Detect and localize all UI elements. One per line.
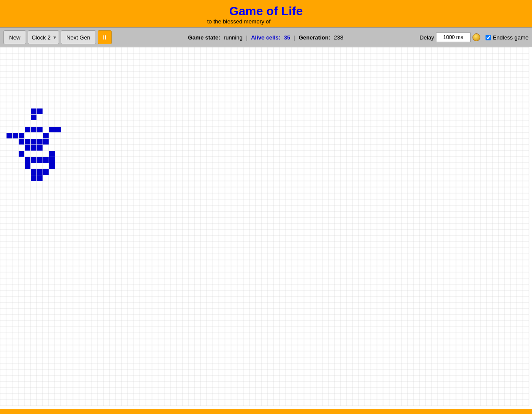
chevron-down-icon: ▼ (53, 35, 57, 40)
game-canvas[interactable] (0, 47, 532, 409)
delay-input[interactable] (436, 33, 471, 42)
pause-button[interactable]: ⏸ (98, 30, 112, 44)
page-header: Game of Life to the blessed memory of Jo… (0, 0, 532, 27)
separator1: | (246, 34, 248, 41)
delay-area: Delay (420, 33, 480, 42)
endless-label: Endless game (493, 34, 529, 41)
game-state-label: Game state: (188, 34, 220, 41)
clock-dropdown[interactable]: Clock 1 Clock 2 Clock 3 Clock 4 ▼ (28, 30, 59, 44)
page-footer (0, 409, 532, 414)
title-part1: Game of (229, 4, 281, 18)
status-area: Game state: running | Alive cells: 35 | … (113, 34, 418, 41)
game-grid-area[interactable] (0, 47, 532, 409)
separator2: | (294, 34, 295, 41)
toolbar: New Clock 1 Clock 2 Clock 3 Clock 4 ▼ Ne… (0, 27, 532, 47)
endless-area: Endless game (486, 34, 529, 41)
next-gen-button[interactable]: Next Gen (61, 30, 96, 44)
delay-indicator (473, 33, 480, 41)
game-state-value: running (224, 34, 242, 41)
new-button[interactable]: New (3, 30, 26, 44)
page-title: Game of Life (0, 4, 532, 18)
alive-cells-label: Alive cells: (251, 34, 281, 41)
subtitle-link: John Horton Conway (272, 18, 325, 25)
clock-select-input[interactable]: Clock 1 Clock 2 Clock 3 Clock 4 (30, 34, 53, 41)
pause-icon: ⏸ (102, 34, 108, 41)
subtitle: to the blessed memory of John Horton Con… (0, 18, 532, 25)
generation-value: 238 (334, 34, 344, 41)
endless-checkbox[interactable] (486, 35, 491, 40)
delay-label: Delay (420, 34, 434, 41)
title-part2: Life (281, 4, 303, 18)
subtitle-pre: to the blessed memory of (207, 18, 272, 25)
generation-label: Generation: (299, 34, 330, 41)
alive-cells-value: 35 (284, 34, 290, 41)
